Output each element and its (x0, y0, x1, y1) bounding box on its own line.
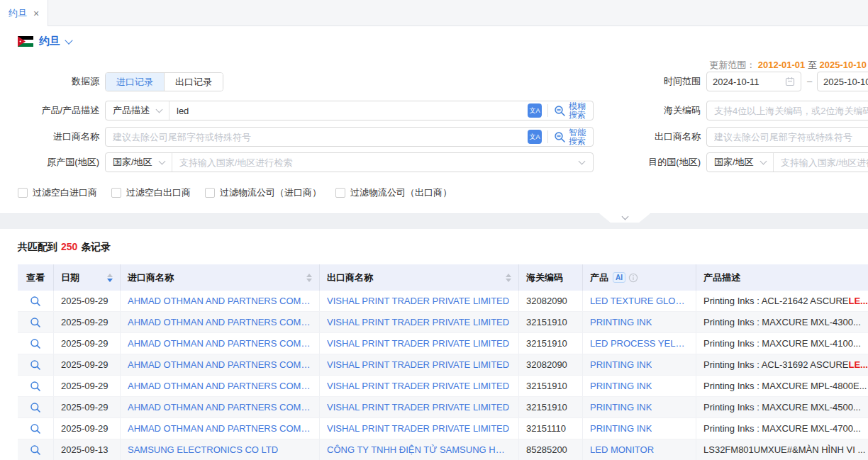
product-link[interactable]: LED TEXTURE GLOSS ... (590, 296, 689, 306)
view-detail-magnifier-icon[interactable] (30, 296, 41, 307)
date-cell: 2025-09-29 (54, 291, 121, 311)
view-cell (18, 418, 54, 439)
importer-link[interactable]: AHMAD OTHMAN AND PARTNERS COMPA... (128, 402, 312, 413)
export-records-button[interactable]: 出口记录 (164, 73, 223, 91)
sort-icon[interactable] (107, 274, 113, 282)
view-detail-magnifier-icon[interactable] (30, 423, 41, 434)
product-link[interactable]: LED PROCESS YELLOW... (590, 338, 689, 349)
exporter-link[interactable]: VISHAL PRINT TRADER PRIVATE LIMITED (327, 296, 509, 306)
hs-code-cell: 32151910 (519, 333, 583, 354)
hs-code-cell: 32151910 (519, 376, 583, 396)
dest-country-select[interactable]: 国家/地区 (707, 153, 774, 172)
header-exporter[interactable]: 出口商名称 (320, 264, 519, 291)
checkbox-filter-logistics-exporter[interactable]: 过滤物流公司（出口商） (335, 186, 452, 199)
product-link[interactable]: PRINTING INK (590, 423, 652, 434)
country-selector[interactable]: 约旦 (18, 35, 72, 48)
exporter-link[interactable]: VISHAL PRINT TRADER PRIVATE LIMITED (327, 423, 509, 434)
date-start-input[interactable]: 2024-10-11 (706, 72, 801, 91)
checkbox-label: 过滤空白出口商 (126, 186, 191, 199)
importer-label: 进口商名称 (0, 127, 99, 147)
hs-code-cell: 32082090 (519, 291, 583, 311)
importer-input[interactable] (106, 132, 528, 142)
dest-country-input[interactable] (774, 157, 868, 168)
fuzzy-search-button[interactable]: 模糊搜索 (548, 102, 593, 119)
translate-icon[interactable]: 文A (528, 130, 542, 144)
view-detail-magnifier-icon[interactable] (30, 402, 41, 413)
tab-title: 约旦 (9, 7, 27, 20)
product-link[interactable]: PRINTING INK (590, 402, 652, 413)
view-cell (18, 397, 54, 417)
checkbox-icon[interactable] (111, 188, 121, 198)
date-separator: – (807, 72, 812, 91)
highlighted-term: LE... (849, 359, 868, 370)
importer-link[interactable]: AHMAD OTHMAN AND PARTNERS COMPA... (128, 317, 312, 327)
exporter-link[interactable]: VISHAL PRINT TRADER PRIVATE LIMITED (327, 381, 509, 391)
origin-country-label: 原产国(地区) (0, 152, 99, 172)
checkbox-filter-blank-exporter[interactable]: 过滤空白出口商 (111, 186, 191, 199)
view-detail-magnifier-icon[interactable] (30, 444, 41, 456)
dest-country-select-value: 国家/地区 (714, 156, 754, 169)
summary-prefix: 共匹配到 (18, 241, 57, 252)
checkbox-label: 过滤物流公司（进口商） (220, 186, 321, 199)
view-cell (18, 312, 54, 332)
chevron-down-icon (579, 158, 586, 165)
exporter-link[interactable]: VISHAL PRINT TRADER PRIVATE LIMITED (327, 338, 509, 349)
exporter-input[interactable] (707, 132, 868, 142)
origin-country-select[interactable]: 国家/地区 (106, 153, 172, 172)
highlighted-term: LE... (849, 296, 868, 306)
product-link[interactable]: PRINTING INK (590, 359, 652, 370)
importer-link[interactable]: AHMAD OTHMAN AND PARTNERS COMPA... (128, 359, 312, 370)
importer-link[interactable]: AHMAD OTHMAN AND PARTNERS COMPA... (128, 338, 312, 349)
date-end-input[interactable]: 2025-10-10 (817, 72, 868, 91)
view-detail-magnifier-icon[interactable] (30, 359, 41, 371)
exporter-link[interactable]: VISHAL PRINT TRADER PRIVATE LIMITED (327, 402, 509, 413)
smart-search-button[interactable]: 智能搜索 (548, 128, 593, 145)
product-type-select[interactable]: 产品描述 (106, 101, 169, 120)
importer-link[interactable]: AHMAD OTHMAN AND PARTNERS COMPA... (128, 296, 312, 306)
translate-icon[interactable]: 文A (528, 103, 542, 118)
hs-code-cell: 32151110 (519, 418, 583, 439)
checkbox-filter-logistics-importer[interactable]: 过滤物流公司（进口商） (205, 186, 321, 199)
dest-country-label: 目的国(地区) (603, 152, 701, 172)
product-link[interactable]: PRINTING INK (590, 317, 652, 327)
view-detail-magnifier-icon[interactable] (30, 381, 41, 392)
header-importer[interactable]: 进口商名称 (121, 264, 320, 291)
exporter-link[interactable]: VISHAL PRINT TRADER PRIVATE LIMITED (327, 317, 509, 327)
hs-code-input[interactable] (707, 106, 868, 116)
description-cell: Printing Inks : MAXCURE MXL-4300... (696, 312, 868, 332)
date-end-value: 2025-10-10 (823, 77, 868, 87)
update-range-label: 更新范围： (709, 60, 755, 70)
time-range-label: 时间范围 (603, 72, 701, 91)
exporter-link[interactable]: CÔNG TY TNHH ĐIỆN TỬ SAMSUNG HCMC... (327, 444, 511, 455)
product-link[interactable]: LED MONITOR (590, 444, 654, 455)
importer-link[interactable]: AHMAD OTHMAN AND PARTNERS COMPA... (128, 423, 312, 434)
smart-search-label: 智能搜索 (569, 128, 587, 145)
info-icon[interactable] (628, 273, 638, 283)
exporter-link[interactable]: VISHAL PRINT TRADER PRIVATE LIMITED (327, 359, 509, 370)
results-table: 查看 日期 进口商名称 出口商名称 海关编码 产品 (18, 264, 868, 460)
origin-country-input[interactable] (172, 157, 579, 168)
filter-checkboxes: 过滤空白进口商 过滤空白出口商 过滤物流公司（进口商） 过滤物流公司（出口商） (18, 186, 452, 199)
tab-close-icon[interactable]: × (33, 9, 39, 18)
checkbox-icon[interactable] (335, 188, 345, 198)
product-search-input[interactable] (169, 106, 528, 116)
magnifier-minus-icon (554, 105, 566, 117)
results-section: 共匹配到250条记录 查看 日期 进口商名称 出口商名称 (0, 229, 868, 460)
header-date[interactable]: 日期 (54, 264, 121, 291)
importer-link[interactable]: AHMAD OTHMAN AND PARTNERS COMPA... (128, 381, 312, 391)
tab-jordan[interactable]: 约旦 × (0, 0, 48, 26)
view-detail-magnifier-icon[interactable] (30, 317, 41, 328)
checkbox-icon[interactable] (205, 188, 215, 198)
country-name: 约旦 (39, 35, 60, 48)
product-search-group: 产品描述 文A 模糊搜索 (105, 101, 594, 120)
importer-link[interactable]: SAMSUNG ELECTRONICS CO LTD (128, 444, 278, 455)
view-detail-magnifier-icon[interactable] (30, 338, 41, 349)
description-cell: Printing Inks : MAXCURE MXL-4500... (696, 397, 868, 417)
checkbox-icon[interactable] (18, 188, 28, 198)
import-records-button[interactable]: 进口记录 (106, 73, 164, 91)
sort-icon[interactable] (506, 274, 511, 282)
product-link[interactable]: PRINTING INK (590, 381, 652, 391)
calendar-icon (785, 77, 795, 86)
sort-icon[interactable] (306, 274, 312, 282)
checkbox-filter-blank-importer[interactable]: 过滤空白进口商 (18, 186, 97, 199)
